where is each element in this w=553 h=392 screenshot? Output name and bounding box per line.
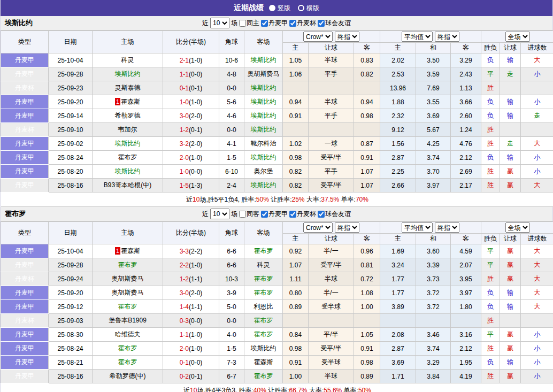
average-select[interactable]: 平均值 xyxy=(402,222,433,233)
away-team-name: 埃斯比约 xyxy=(251,126,276,133)
column-header-1: 日期 xyxy=(49,31,93,53)
avg-away-odds: 3.97 xyxy=(451,286,481,300)
halftime-score: (1-3) xyxy=(189,182,202,189)
scope-select[interactable]: 全场 xyxy=(505,222,530,233)
match-type-cell: 丹麦甲 xyxy=(1,370,49,383)
league-checkbox-1[interactable] xyxy=(289,20,296,27)
home-team-name: 堡鲁本B1909 xyxy=(109,317,147,324)
column-header-2: 主场 xyxy=(93,31,163,53)
crow-handicap: 受平/半 xyxy=(309,258,354,272)
avg-draw-odds: 3.39 xyxy=(416,258,451,272)
goals-result xyxy=(521,123,553,137)
home-team-cell: 霍布罗 xyxy=(93,151,163,165)
matches-label: 场 xyxy=(231,19,237,28)
home-team-cell: 霍布罗 xyxy=(93,258,163,272)
league-checkbox-0[interactable] xyxy=(261,211,268,218)
away-team-cell: 埃斯比约 xyxy=(244,151,283,165)
radio-unselected-icon[interactable] xyxy=(298,5,304,11)
avg-away-odds: 1.95 xyxy=(451,356,481,370)
crow-stage-select[interactable]: 终指 xyxy=(335,32,359,42)
league-checkbox-2[interactable] xyxy=(318,20,325,27)
summary-text-part: 70% xyxy=(356,196,368,203)
league-checkbox-label-0[interactable]: 丹麦甲 xyxy=(261,19,288,28)
match-count-select[interactable]: 10 xyxy=(210,209,229,219)
radio-vertical-layout[interactable]: 竖版 xyxy=(269,4,290,13)
column-header-5: 客场 xyxy=(244,31,283,53)
match-type-cell: 丹麦甲 xyxy=(1,328,49,342)
avg-home-odds: 2.32 xyxy=(380,109,416,123)
same-venue-label: 同客 xyxy=(247,210,259,219)
crow-home-odds: 1.06 xyxy=(283,67,309,81)
league-checkbox-1[interactable] xyxy=(289,211,296,218)
match-row: 丹麦杯25-09-10韦加尔1-2(0-1)0-0埃斯比约9.125.671.2… xyxy=(1,123,553,137)
league-checkbox-0[interactable] xyxy=(261,20,268,27)
crow-home-odds: 1.11 xyxy=(283,272,309,286)
column-header-2: 主场 xyxy=(93,222,163,244)
crow-handicap: 半/一 xyxy=(309,286,354,300)
score-cell: 2-1(1-0) xyxy=(163,53,219,67)
league-checkbox-label-1[interactable]: 丹麦杯 xyxy=(289,19,316,28)
avg-home-odds xyxy=(380,314,416,328)
league-checkbox-label-2[interactable]: 球会友谊 xyxy=(318,210,351,219)
fulltime-score: 1-4 xyxy=(180,303,189,311)
league-label-1: 丹麦杯 xyxy=(297,19,316,28)
matches-label: 场 xyxy=(231,210,237,219)
avg-home-odds: 2.25 xyxy=(380,165,416,179)
away-team-name: 埃斯比约 xyxy=(251,112,276,119)
summary-text-part: 50% xyxy=(256,196,269,203)
date-cell: 25-09-02 xyxy=(49,137,93,151)
average-stage-select[interactable]: 终指 xyxy=(435,32,459,42)
league-checkbox-label-2[interactable]: 球会友谊 xyxy=(318,19,351,28)
crow-company-select[interactable]: Crow* xyxy=(303,32,333,42)
league-checkbox-2[interactable] xyxy=(318,211,325,218)
crow-home-odds: 1.05 xyxy=(283,53,309,67)
corner-cell: 0-0 xyxy=(219,123,244,137)
away-team-name: 埃斯比约 xyxy=(251,84,276,91)
same-venue-checkbox-label[interactable]: 同客 xyxy=(239,210,259,219)
avg-away-odds: 4.59 xyxy=(451,244,481,258)
away-team-cell: 奥胡斯费马 xyxy=(244,67,283,81)
goals-result: 小 xyxy=(521,370,553,383)
goals-result: 大 xyxy=(521,53,553,67)
radio-horizontal-layout[interactable]: 横版 xyxy=(298,4,319,13)
match-row: 丹麦甲25-08-24霍布罗2-0(1-0)1-5埃斯比约0.98受平/半0.9… xyxy=(1,342,553,356)
home-team-name: 霍布罗 xyxy=(118,261,137,268)
avg-home-odds: 2.66 xyxy=(380,179,416,193)
summary-text-part: 近 xyxy=(186,196,193,203)
crow-away-odds xyxy=(354,81,380,95)
crow-company-select[interactable]: Crow* xyxy=(303,222,333,233)
crow-stage-select[interactable]: 终指 xyxy=(335,222,359,233)
average-stage-select[interactable]: 终指 xyxy=(435,222,459,233)
same-venue-checkbox[interactable] xyxy=(239,211,246,218)
fulltime-score: 1-2 xyxy=(180,126,189,134)
match-result: 负 xyxy=(481,95,500,109)
goals-result: 大 xyxy=(521,179,553,193)
match-result: 胜 xyxy=(481,272,500,286)
crow-handicap: 受半球 xyxy=(309,356,354,370)
avg-draw-odds: 3.59 xyxy=(416,67,451,81)
column-header-3: 比分(半场) xyxy=(163,222,219,244)
layout-radio-group: 竖版 横版 xyxy=(269,4,319,13)
summary-text-part: 66.7% xyxy=(289,387,308,392)
same-venue-checkbox-label[interactable]: 同主 xyxy=(239,19,259,28)
corner-cell: 4-6 xyxy=(219,109,244,123)
crow-home-odds: 1.07 xyxy=(283,258,309,272)
match-row: 丹麦杯25-09-23灵斯泰德0-1(0-1)0-0埃斯比约13.967.691… xyxy=(1,81,553,95)
away-team-name: 埃斯比约 xyxy=(251,56,276,64)
league-checkbox-label-1[interactable]: 丹麦杯 xyxy=(289,210,316,219)
match-count-select[interactable]: 10 xyxy=(210,18,229,28)
average-select[interactable]: 平均值 xyxy=(402,32,433,42)
match-result: 负 xyxy=(481,356,500,370)
league-checkbox-label-0[interactable]: 丹麦甲 xyxy=(261,210,288,219)
date-cell: 25-08-20 xyxy=(49,165,93,179)
halftime-score: (1-1) xyxy=(189,303,202,311)
avg-away-odds: 1.13 xyxy=(451,81,481,95)
scope-select[interactable]: 全场 xyxy=(505,32,530,42)
fulltime-score: 0-3 xyxy=(180,317,189,325)
match-type-cell: 丹麦甲 xyxy=(1,356,49,370)
fulltime-score: 0-1 xyxy=(180,359,189,366)
same-venue-checkbox[interactable] xyxy=(239,20,246,27)
crow-home-odds: 0.91 xyxy=(283,109,309,123)
radio-selected-icon[interactable] xyxy=(269,5,275,11)
handicap-result: 赢 xyxy=(500,342,521,356)
